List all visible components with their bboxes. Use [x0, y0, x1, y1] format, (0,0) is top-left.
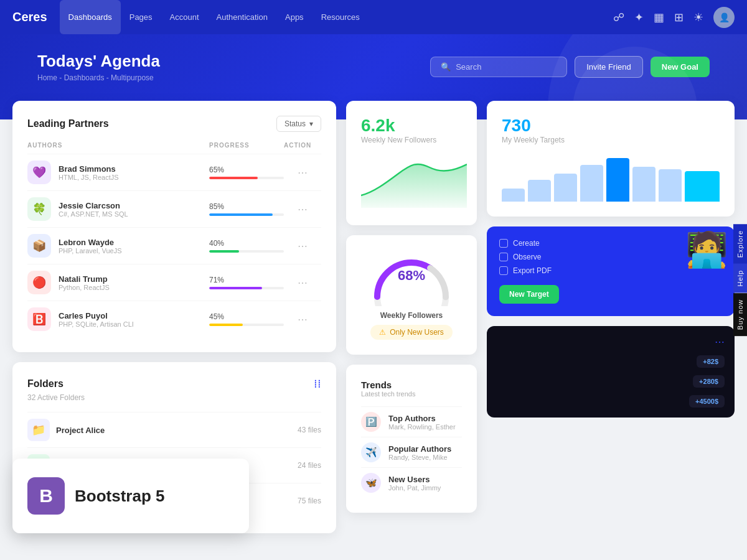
new-goal-button[interactable]: New Goal	[651, 57, 710, 77]
checkbox-export[interactable]	[499, 266, 508, 275]
sparkline-chart	[361, 152, 467, 208]
navbar: Ceres Dashboards Pages Account Authentic…	[0, 0, 747, 34]
chat-icon[interactable]: ▦	[654, 11, 664, 24]
trend-name: New Users	[388, 475, 441, 484]
progress-pct: 40%	[209, 239, 284, 248]
cta-option-observe[interactable]: Observe	[499, 253, 722, 261]
avatar: 💜	[27, 161, 51, 184]
progress-bar	[209, 213, 284, 216]
table-row: 🔴 Natali Trump Python, ReactJS 71% ⋯	[27, 264, 321, 301]
status-dropdown[interactable]: Status ▾	[276, 116, 321, 132]
list-item: 🅿️ Top Authors Mark, Rowling, Esther	[361, 406, 462, 437]
action-menu[interactable]: ⋯	[284, 203, 321, 215]
lp-header: Leading Partners Status ▾	[27, 116, 321, 132]
sun-icon[interactable]: ☀	[693, 11, 703, 24]
targets-label: My Weekly Targets	[502, 136, 720, 144]
header-actions: 🔍 Invite Friend New Goal	[430, 56, 710, 78]
author-skills: C#, ASP.NET, MS SQL	[59, 210, 128, 218]
only-new-badge: ⚠ Only New Users	[370, 325, 453, 340]
bar-chart	[502, 152, 720, 202]
header-top: Todays' Agenda Home - Dashboards - Multi…	[37, 52, 710, 82]
nav-resources[interactable]: Resources	[312, 0, 369, 34]
dark-bar-badge: +82$	[697, 355, 725, 368]
search-bar[interactable]: 🔍	[430, 57, 567, 77]
dark-bar-badge: +4500$	[689, 395, 725, 408]
action-menu[interactable]: ⋯	[284, 277, 321, 289]
grid-icon[interactable]: ⊞	[674, 11, 684, 24]
trend-icon: 🦋	[361, 473, 381, 493]
bar	[606, 158, 629, 202]
page-title: Todays' Agenda	[37, 52, 160, 71]
progress-fill	[209, 287, 262, 289]
cta-option-label: Observe	[513, 253, 541, 261]
gauge-label: Weekly Followers	[361, 311, 462, 320]
chart-icon[interactable]: ☍	[613, 11, 624, 24]
warning-icon: ⚠	[379, 328, 386, 337]
action-menu[interactable]: ⋯	[284, 314, 321, 325]
dark-bar-item: +280$	[497, 375, 725, 388]
lp-columns: AUTHORS PROGRESS ACTION	[27, 142, 321, 154]
nav-account[interactable]: Account	[161, 0, 208, 34]
checkbox-create[interactable]	[499, 239, 508, 248]
dots-icon[interactable]: ⁞⁞	[314, 377, 321, 391]
avatar[interactable]: 👤	[713, 7, 735, 28]
progress-wrap: 71%	[209, 276, 284, 289]
list-item: 🦋 New Users John, Pat, Jimmy	[361, 467, 462, 498]
author-name: Lebron Wayde	[59, 238, 122, 247]
side-label-help[interactable]: Help	[733, 264, 747, 293]
star-icon[interactable]: ✦	[634, 11, 644, 24]
col-authors: AUTHORS	[27, 142, 209, 149]
folder-files: 75 files	[298, 497, 321, 505]
folders-header: Folders ⁞⁞	[27, 377, 321, 391]
side-label-explore[interactable]: Explore	[733, 224, 747, 264]
bar	[659, 169, 682, 202]
checkbox-observe[interactable]	[499, 253, 508, 261]
progress-bar	[209, 177, 284, 179]
list-item: 📁 Project Alice 43 files	[27, 412, 321, 447]
progress-wrap: 40%	[209, 239, 284, 253]
dark-bar-badge: +280$	[693, 375, 725, 388]
bootstrap-letter: B	[39, 485, 53, 506]
folders-card: Folders ⁞⁞ 32 Active Folders 📁 Project A…	[12, 362, 336, 533]
folder-files: 43 files	[298, 426, 321, 434]
action-menu[interactable]: ⋯	[284, 240, 321, 252]
trend-sub: John, Pat, Jimmy	[388, 484, 441, 492]
gauge-percent: 68%	[398, 268, 425, 284]
cta-option-create[interactable]: Cereate	[499, 239, 722, 248]
action-menu[interactable]: ⋯	[284, 167, 321, 179]
cta-option-label: Cereate	[513, 239, 540, 248]
author-skills: Python, ReactJS	[59, 284, 110, 291]
progress-pct: 45%	[209, 312, 284, 321]
trends-title: Trends	[361, 380, 462, 390]
author-skills: HTML, JS, ReactJS	[59, 174, 119, 181]
nav-dashboards[interactable]: Dashboards	[60, 0, 121, 34]
progress-pct: 71%	[209, 276, 284, 284]
nav-authentication[interactable]: Authentication	[208, 0, 276, 34]
nav-pages[interactable]: Pages	[121, 0, 161, 34]
avatar: 🔴	[27, 271, 51, 294]
new-target-button[interactable]: New Target	[499, 285, 559, 304]
bootstrap-icon: B	[27, 477, 65, 515]
folder-icon: 📁	[27, 419, 50, 441]
progress-fill	[209, 177, 258, 179]
table-row: 🍀 Jessie Clarcson C#, ASP.NET, MS SQL 85…	[27, 190, 321, 227]
invite-friend-button[interactable]: Invite Friend	[575, 56, 643, 78]
trend-name: Popular Authors	[388, 444, 451, 454]
avatar: 🍀	[27, 197, 51, 221]
followers-count: 6.2k	[361, 116, 462, 136]
author-name: Jessie Clarcson	[59, 201, 128, 210]
nav-apps[interactable]: Apps	[276, 0, 312, 34]
bar	[554, 174, 577, 202]
folder-name: Project Alice	[56, 426, 105, 435]
chevron-down-icon: ▾	[309, 119, 313, 128]
leading-partners-card: Leading Partners Status ▾ AUTHORS PROGRE…	[12, 101, 336, 352]
author-name: Natali Trump	[59, 274, 110, 284]
author-info: 🅱️ Carles Puyol PHP, SQLite, Artisan CLI	[27, 307, 209, 331]
cta-option-export[interactable]: Export PDF	[499, 266, 722, 275]
side-label-buy[interactable]: Buy now	[733, 293, 747, 336]
bar	[502, 189, 525, 202]
search-input[interactable]	[456, 62, 557, 72]
dots-icon: ⋯	[497, 336, 725, 348]
progress-fill	[209, 250, 239, 253]
dark-bar-item: +82$	[497, 355, 725, 368]
